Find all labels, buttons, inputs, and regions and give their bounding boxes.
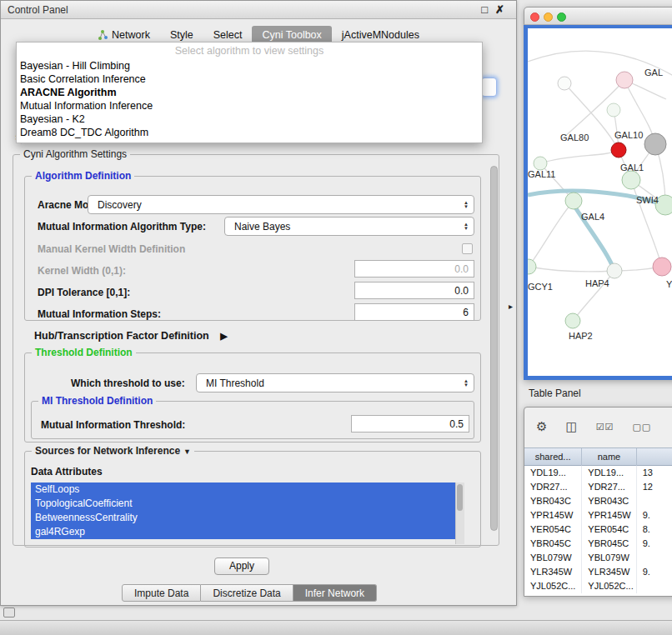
mi-steps-input[interactable]	[354, 303, 474, 321]
network-node[interactable]	[565, 313, 580, 328]
table-row[interactable]: YER054CYER054C8.	[524, 522, 672, 537]
data-attributes-list: SelfLoopsTopologicalCoefficientBetweenne…	[31, 482, 464, 544]
chevron-right-icon: ▶	[220, 331, 227, 341]
select-all-icon[interactable]: ☑☑	[596, 422, 614, 432]
node-label: GAL1	[620, 162, 644, 172]
table-cell: 9.	[637, 565, 672, 579]
tab-impute-data[interactable]: Impute Data	[122, 584, 201, 602]
network-edge[interactable]	[529, 201, 574, 267]
panel-collapse-arrow-icon[interactable]: ▸	[509, 302, 513, 311]
table-cell: YBR045C	[524, 537, 582, 551]
combo-updown-icon: ▲▼	[464, 196, 469, 213]
table-cell: YDR27...	[582, 480, 636, 494]
kernel-width-input[interactable]	[354, 260, 474, 278]
node-label: SWI4	[636, 195, 659, 205]
tab-infer-network[interactable]: Infer Network	[293, 584, 377, 602]
node-label: Y	[666, 279, 672, 289]
table-row[interactable]: YJL052C...YJL052C...	[524, 579, 672, 593]
which-threshold-value: MI Threshold	[206, 378, 264, 389]
algorithm-option[interactable]: Bayesian - K2	[17, 112, 482, 126]
apply-button[interactable]: Apply	[214, 558, 269, 575]
table-panel-label: Table Panel	[529, 388, 581, 399]
table-row[interactable]: YDR27...YDR27...12	[524, 480, 672, 494]
network-edge[interactable]	[540, 150, 619, 163]
settings-scrollbar[interactable]	[490, 166, 498, 531]
minimize-icon[interactable]: □	[481, 3, 488, 16]
table-cell: YPR145W	[582, 508, 636, 522]
aracne-mode-select[interactable]: Discovery ▲▼	[88, 195, 474, 214]
data-attribute-item[interactable]: gal4RGexp	[31, 525, 455, 539]
algorithm-option[interactable]: Dream8 DC_TDC Algorithm	[17, 126, 482, 139]
dpi-tolerance-input[interactable]	[354, 282, 474, 299]
table-row[interactable]: YPR145WYPR145W9.	[524, 508, 672, 522]
data-attribute-item[interactable]: TopologicalCoefficient	[31, 497, 455, 511]
column-header[interactable]	[637, 448, 672, 467]
focused-button[interactable]	[481, 78, 497, 97]
attributes-scrollbar[interactable]	[455, 482, 464, 544]
deselect-all-icon[interactable]: ▢▢	[632, 422, 651, 432]
table-cell: YBL079W	[582, 551, 636, 565]
network-node[interactable]	[558, 77, 571, 90]
table-cell: YJL052C...	[524, 579, 582, 593]
network-node[interactable]	[644, 133, 666, 155]
table-cell: YER054C	[524, 522, 582, 537]
network-node[interactable]	[622, 171, 640, 189]
network-node[interactable]	[607, 103, 620, 117]
table-row[interactable]: YBL079WYBL079W	[524, 551, 672, 565]
column-header[interactable]: shared...	[524, 448, 582, 467]
mi-threshold-input[interactable]	[351, 415, 469, 432]
network-edge[interactable]	[631, 180, 662, 267]
zoom-traffic-light[interactable]	[557, 12, 566, 22]
network-canvas[interactable]: GALGAL80GAL10GAL11GAL1SWI4GAL4GCY1HAP4HA…	[524, 25, 672, 380]
column-header[interactable]: name	[582, 448, 636, 467]
docked-panel-icon[interactable]	[3, 608, 15, 618]
table-row[interactable]: YBR045CYBR045C9.	[524, 537, 672, 551]
network-node[interactable]	[528, 259, 536, 274]
columns-icon[interactable]: ◫	[565, 419, 577, 434]
network-node[interactable]	[616, 72, 633, 88]
window-title: Control Panel	[8, 1, 68, 19]
manual-kernel-checkbox[interactable]	[462, 243, 473, 254]
table-row[interactable]: YLR345WYLR345W9.	[524, 565, 672, 579]
close-icon[interactable]: ✗	[495, 3, 504, 16]
network-icon	[98, 30, 108, 40]
algorithm-option[interactable]: Mutual Information Inference	[17, 99, 482, 112]
network-node[interactable]	[565, 192, 582, 209]
algorithm-dropdown-list: Bayesian - Hill ClimbingBasic Correlatio…	[17, 59, 482, 139]
algorithm-option[interactable]: Bayesian - Hill Climbing	[17, 59, 482, 72]
table-cell: YLR345W	[582, 565, 636, 579]
close-traffic-light[interactable]	[530, 12, 539, 22]
mi-steps-label: Mutual Information Steps:	[38, 308, 161, 320]
table-cell: YBR043C	[524, 494, 582, 508]
mi-type-select[interactable]: Naive Bayes ▲▼	[224, 217, 474, 236]
sources-title-label: Sources for Network Inference	[35, 445, 180, 457]
node-label: HAP2	[569, 331, 593, 341]
data-attribute-item[interactable]: SelfLoops	[31, 482, 455, 497]
table-row[interactable]: YBR043CYBR043C	[524, 494, 672, 508]
hub-definition-toggle[interactable]: Hub/Transcription Factor Definition ▶	[34, 330, 228, 342]
network-window-titlebar[interactable]	[524, 7, 672, 25]
gear-icon[interactable]: ⚙	[536, 419, 547, 434]
data-attribute-item[interactable]: BetweennessCentrality	[31, 511, 455, 525]
network-node[interactable]	[607, 263, 622, 278]
table-row[interactable]: YDL19...YDL19...13	[524, 466, 672, 480]
table-cell: YDL19...	[524, 466, 582, 480]
tab-discretize-data[interactable]: Discretize Data	[201, 584, 293, 602]
table-panel-window: ⚙ ◫ ☑☑ ▢▢ shared...name YDL19...YDL19...…	[524, 407, 672, 597]
network-node[interactable]	[653, 258, 671, 276]
minimize-traffic-light[interactable]	[544, 12, 553, 22]
which-threshold-label: Which threshold to use:	[71, 378, 185, 389]
combo-updown-icon: ▲▼	[464, 374, 469, 392]
network-edge[interactable]	[529, 267, 614, 272]
control-panel-titlebar[interactable]: Control Panel □ ✗	[1, 1, 516, 19]
network-node[interactable]	[534, 157, 547, 170]
which-threshold-select[interactable]: MI Threshold ▲▼	[196, 373, 474, 392]
table-body: YDL19...YDL19...13YDR27...YDR27...12YBR0…	[524, 466, 672, 596]
attributes-scrollbar-thumb[interactable]	[457, 484, 463, 511]
algorithm-option[interactable]: Basic Correlation Inference	[17, 72, 482, 86]
node-label: GAL	[644, 68, 663, 78]
network-node[interactable]	[611, 142, 626, 158]
sources-group-title[interactable]: Sources for Network Inference▼	[32, 445, 194, 457]
mi-type-label: Mutual Information Algorithm Type:	[38, 221, 206, 232]
algorithm-option[interactable]: ARACNE Algorithm	[17, 86, 482, 99]
